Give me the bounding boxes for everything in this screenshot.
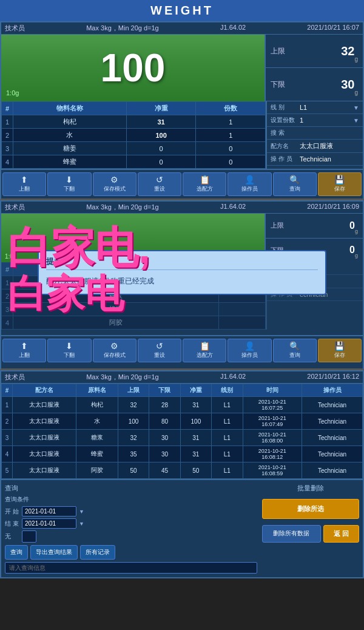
row-name: 蜂蜜 [13,303,219,316]
btn-up-1[interactable]: ⬆ 上翻 [2,172,46,196]
query-end-row: 结 束 ▼ [5,518,257,529]
row-upper: 32 [118,430,149,446]
reset-icon: ↺ [156,175,163,184]
formula-label: 配方名 [271,142,297,151]
row-line: L1 [212,430,243,446]
p3-col-material: 原料名 [76,384,118,397]
upper-limit-label: 上限 [271,46,288,56]
weight-display: 1:0g 100 [1,35,266,101]
records-table: # 配方名 原料名 上限 下限 净重 线别 时间 操作员 1 太太口服液 枸杞 … [1,384,363,479]
row-name: 阿胶 [13,316,219,330]
down-icon: ⬇ [66,175,73,184]
upper-limit-row: 上限 32 g [266,35,363,68]
p3-col-net: 净重 [180,384,211,397]
toolbar-2: ⬆ 上翻 ⬇ 下翻 ⚙ 保存模式 ↺ 重设 📋 选配方 👤 操作员 🔍 查询 💾 [1,335,363,365]
query-icon: 🔍 [289,175,300,184]
line-row: 线 别 L1 ▼ [267,101,363,114]
row-operator: Technician [302,397,363,413]
btn-query-2[interactable]: 🔍 查询 [273,339,317,362]
line-value: L1 [300,104,307,111]
dialog-title: 提示 [46,256,318,270]
row-operator: Technician [302,430,363,446]
line-dropdown-icon[interactable]: ▼ [353,104,359,111]
end-date-dropdown-icon[interactable]: ▼ [79,521,84,527]
btn-delete-all[interactable]: 删除所有数据 [262,525,321,543]
query-start-date[interactable] [22,506,76,517]
row-time: 2021-10-21 16:08:59 [243,462,302,479]
btn-query-1[interactable]: 🔍 查询 [273,172,317,196]
btn-formula-label-1: 选配方 [197,185,213,193]
batch-title: 批量删除 [262,484,359,493]
btn-operator-1[interactable]: 👤 操作员 [228,172,271,196]
p3-col-operator: 操作员 [302,384,363,397]
btn-down-2[interactable]: ⬇ 下翻 [47,339,91,362]
row-weight: 100 [126,129,196,142]
query-start-row: 开 始 ▼ [5,506,257,517]
dialog-body: 配方:太太口服液1份称重已经完成 [46,274,318,289]
row-formula: 太太口服液 [13,413,76,430]
btn-save-mode-2[interactable]: ⚙ 保存模式 [93,339,136,362]
btn-save-mode-1[interactable]: ⚙ 保存模式 [93,172,136,196]
line-label: 线 别 [271,103,297,112]
btn-save-mode-label-1: 保存模式 [104,185,126,193]
btn-up-2[interactable]: ⬆ 上翻 [2,339,46,362]
status-datetime-2: 2021/10/21 16:09 [307,203,359,212]
row-time: 2021-10-21 16:07:49 [243,413,302,430]
btn-export[interactable]: 导出查询结果 [30,545,78,560]
query-condition-row: 查询条件 [5,495,257,504]
row-formula: 太太口服液 [13,397,76,413]
upper-limit-value: 32 [341,44,354,58]
btn-query-3[interactable]: 查询 [5,545,28,560]
btn-save-2[interactable]: 💾 保存 [318,339,362,362]
btn-operator-label-1: 操作员 [241,185,258,193]
btn-delete-selected[interactable]: 删除所选 [262,499,359,519]
p2-upper-value: 0 [349,220,355,231]
btn-back[interactable]: 返 回 [323,525,359,543]
query-left-panel: 查询 查询条件 开 始 ▼ 结 束 ▼ 无 查询 导出查询结果 所有记录 [5,484,257,574]
row-line: L1 [212,413,243,430]
formula-row: 配方名 太太口服液 [267,140,363,153]
p3-col-lower: 下限 [149,384,180,397]
start-date-dropdown-icon[interactable]: ▼ [79,509,84,515]
status-datetime-1: 2021/10/21 16:07 [307,24,359,33]
row-material: 蜂蜜 [76,446,118,462]
row-line: L1 [212,397,243,413]
row-num: 5 [2,462,13,479]
btn-select-formula-1[interactable]: 📋 选配方 [183,172,226,196]
btn-reset-1[interactable]: ↺ 重设 [138,172,181,196]
btn-operator-2[interactable]: 👤 操作员 [228,339,271,362]
portions-dropdown-icon[interactable]: ▼ [353,117,359,124]
query-icon-2: 🔍 [289,342,300,350]
btn-reset-2[interactable]: ↺ 重设 [138,339,181,362]
panel-weighing-2: 技术员 Max 3kg，Min 20g d=1g J1.64.02 2021/1… [0,200,364,370]
table-row: 5 太太口服液 阿胶 50 45 50 L1 2021-10-21 16:08:… [2,462,363,479]
btn-down-label-2: 下翻 [64,351,75,359]
query-end-date[interactable] [22,518,76,529]
btn-query-label-2: 查询 [289,351,300,359]
operator-row: 操 作 员 Technician [267,153,363,166]
btn-formula-label-2: 选配方 [197,351,213,359]
p3-col-formula: 配方名 [13,384,76,397]
table-row: 2 水 100 1 [2,129,266,142]
query-condition-label: 查询条件 [5,495,29,504]
btn-reset-label-2: 重设 [154,351,165,359]
save-mode-icon: ⚙ [110,175,118,184]
query-no-label: 无 [5,532,19,541]
portions-row: 设置份数 1 ▼ [267,114,363,127]
row-lower: 80 [149,413,180,430]
query-end-label: 结 束 [5,520,19,528]
formula-value: 太太口服液 [300,141,333,151]
btn-save-1[interactable]: 💾 保存 [318,172,362,196]
btn-up-label-2: 上翻 [19,351,30,359]
query-search-input[interactable] [5,562,257,574]
status-bar-2: 技术员 Max 3kg，Min 20g d=1g J1.64.02 2021/1… [1,202,363,214]
btn-save-label-2: 保存 [334,351,345,359]
operator-label: 操 作 员 [271,155,297,163]
status-version-2: J1.64.02 [220,203,246,212]
reset-icon-2: ↺ [156,342,163,350]
app-title: WEIGHT [0,0,364,21]
btn-down-1[interactable]: ⬇ 下翻 [47,172,91,196]
status-spec-1: Max 3kg，Min 20g d=1g [86,24,159,33]
btn-all-records[interactable]: 所有记录 [80,545,115,560]
btn-select-formula-2[interactable]: 📋 选配方 [183,339,226,362]
